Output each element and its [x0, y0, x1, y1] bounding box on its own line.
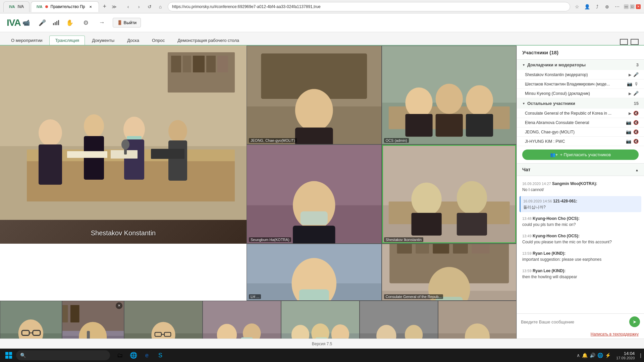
- svg-rect-101: [315, 337, 327, 339]
- minimize-button[interactable]: —: [624, 4, 629, 9]
- tech-support-link[interactable]: Написать в техподдержку: [517, 330, 644, 339]
- address-bar[interactable]: https://vcu.primorsky.ru/#conference:692…: [168, 2, 570, 11]
- participant-minsu-video-icon[interactable]: [629, 91, 631, 96]
- video-tile-seungbum[interactable]: Seungbum Ha(KOTRA): [247, 144, 382, 243]
- video-tile-jeong[interactable]: JEONG, Chae-gyo(MOLIT): [247, 46, 382, 144]
- tab-event[interactable]: О мероприятии: [5, 36, 48, 45]
- browser-menu-icon[interactable]: ⋯: [613, 3, 621, 11]
- tab-documents[interactable]: Документы: [86, 36, 120, 45]
- settings-icon[interactable]: ⚙: [80, 17, 91, 28]
- chat-msg-2-sender: 121-428-061:: [553, 199, 577, 203]
- tab-close-button[interactable]: ✕: [88, 4, 93, 9]
- chat-collapse-button[interactable]: [635, 167, 639, 172]
- tab-more-button[interactable]: ≫: [110, 4, 118, 9]
- participant-jeong-video-icon[interactable]: 📷: [626, 129, 631, 134]
- reload-button[interactable]: ↺: [145, 2, 154, 11]
- bottom-tile-jihyung[interactable]: JI-HYUNG KIM : PWC: [203, 301, 281, 339]
- home-button[interactable]: ⌂: [156, 2, 165, 11]
- svg-rect-35: [405, 114, 432, 137]
- system-clock[interactable]: 14:04 17.09.2020: [613, 351, 637, 360]
- notification-icon[interactable]: 🔔: [582, 353, 588, 358]
- svg-rect-102: [335, 338, 347, 339]
- chevron-up-icon[interactable]: ∧: [577, 353, 580, 358]
- new-tab-button[interactable]: +: [100, 3, 109, 10]
- participant-jeong-mic-icon[interactable]: 🔇: [633, 129, 639, 134]
- video-tile-kyunghoon[interactable]: Kyung-hoon Cho (OCS) ✕: [62, 301, 124, 339]
- fullscreen-button[interactable]: [631, 39, 639, 45]
- exit-button[interactable]: 🚪 Выйти: [113, 18, 141, 27]
- bottom-tile-ano[interactable]: АНО АПИ (Бабаев Азамат): [438, 301, 517, 339]
- close-window-button[interactable]: ✕: [636, 4, 641, 9]
- video-tile-lh[interactable]: LH ...: [247, 244, 382, 301]
- tab-board[interactable]: Доска: [121, 36, 145, 45]
- participant-jihyung-video-icon[interactable]: 📷: [626, 139, 631, 144]
- svg-rect-7: [217, 56, 228, 72]
- exit-label: Выйти: [124, 20, 137, 25]
- svg-point-47: [457, 181, 487, 215]
- video-tile-consulate[interactable]: Consulate General of the Repub...: [382, 244, 517, 301]
- tab-notification-dot: [45, 5, 48, 8]
- extensions-icon[interactable]: ⊕: [603, 3, 611, 11]
- taskbar-skype[interactable]: S: [154, 349, 166, 361]
- chat-send-button[interactable]: ➤: [629, 316, 640, 327]
- start-button[interactable]: [3, 349, 15, 361]
- bottom-tile-lhrussia[interactable]: LH RUSSIA: [281, 301, 360, 339]
- win-logo-tr: [9, 352, 12, 355]
- participant-jihyung-controls: 📷 🔇: [626, 139, 639, 144]
- windowed-button[interactable]: [620, 39, 628, 45]
- group-others-toggle[interactable]: [522, 102, 525, 105]
- group-presenters-toggle[interactable]: [522, 63, 525, 67]
- back-button[interactable]: ‹: [123, 2, 133, 11]
- taskbar-ie[interactable]: e: [141, 349, 153, 361]
- participant-video-icon2[interactable]: 📷: [627, 81, 632, 86]
- group-presenters-header[interactable]: Докладчики и модераторы 3: [517, 60, 644, 70]
- bottom-tile-minsu[interactable]: Minsu Kyeong (Consul): [124, 301, 203, 339]
- tab-screen-share[interactable]: Демонстрация рабочего стола: [172, 36, 245, 45]
- share-icon[interactable]: ⤴: [593, 3, 601, 11]
- participant-jihyung-mic-icon[interactable]: 🔇: [633, 139, 639, 144]
- svg-rect-21: [151, 149, 184, 159]
- participant-mic-icon[interactable]: 🎤: [633, 72, 639, 77]
- participant-mic-icon2[interactable]: 🎙: [634, 81, 639, 86]
- mic-icon[interactable]: 🎤: [37, 17, 48, 28]
- maximize-button[interactable]: □: [630, 4, 635, 9]
- hand-raise-icon[interactable]: ✋: [64, 17, 75, 28]
- bookmark-icon[interactable]: ☆: [573, 3, 581, 11]
- video-middle-spacer: [0, 244, 247, 301]
- video-tile-shestakov2[interactable]: Shestakov Ikonstantin: [382, 144, 517, 243]
- video-tile-ryan[interactable]: Ryan Lee (KIND): [0, 301, 62, 339]
- participant-elena-video-icon[interactable]: 📷: [626, 120, 631, 125]
- participant-minsu-mic-icon[interactable]: 🎤: [633, 91, 639, 96]
- browser-tab-active[interactable]: IVA Правительство Пр ✕: [31, 1, 99, 12]
- header-controls: 📹 🎤 ✋ ⚙ → 🚪 Выйти: [21, 17, 141, 28]
- network-icon[interactable]: 🌐: [597, 353, 603, 358]
- group-presenters-label: Докладчики и модераторы: [527, 62, 586, 67]
- volume-icon[interactable]: 🔊: [590, 353, 595, 358]
- show-desktop-button[interactable]: |: [640, 353, 641, 358]
- svg-point-17: [168, 120, 187, 142]
- tab-broadcast[interactable]: Трансляция: [49, 36, 85, 45]
- tab-poll[interactable]: Опрос: [146, 36, 170, 45]
- chat-input-area: ➤: [517, 313, 644, 330]
- video-tile-ocs[interactable]: OCS (admin): [382, 46, 517, 144]
- chat-input[interactable]: [521, 319, 627, 324]
- svg-point-10: [39, 119, 62, 146]
- profile-icon[interactable]: 👤: [583, 3, 591, 11]
- browser-tab-iva[interactable]: IVA IVA: [3, 1, 30, 12]
- main-video-tile[interactable]: Shestakov Konstantin: [0, 46, 247, 244]
- participant-consulate-video-icon[interactable]: [629, 111, 631, 116]
- video-tile-consulate-svg: [382, 244, 517, 300]
- taskbar-file-explorer[interactable]: 🗂: [114, 349, 126, 361]
- camera-icon[interactable]: 📹: [21, 17, 32, 28]
- invite-participants-button[interactable]: 👥+ + Пригласить участников: [522, 149, 639, 160]
- participant-elena-mic-icon[interactable]: 🔇: [633, 120, 639, 125]
- group-others-header[interactable]: Остальные участники 15: [517, 98, 644, 109]
- taskbar-search[interactable]: 🔍: [16, 350, 110, 360]
- taskbar-edge[interactable]: 🌐: [127, 349, 140, 361]
- screen-share-icon[interactable]: →: [97, 17, 107, 28]
- bottom-tile-shinkm[interactable]: SHIN&KIM: [360, 301, 438, 339]
- power-icon[interactable]: ⚡: [605, 353, 611, 358]
- forward-button[interactable]: ›: [134, 2, 144, 11]
- participant-consulate-mic-icon[interactable]: 🔇: [633, 111, 639, 116]
- participant-video-icon[interactable]: [629, 72, 631, 77]
